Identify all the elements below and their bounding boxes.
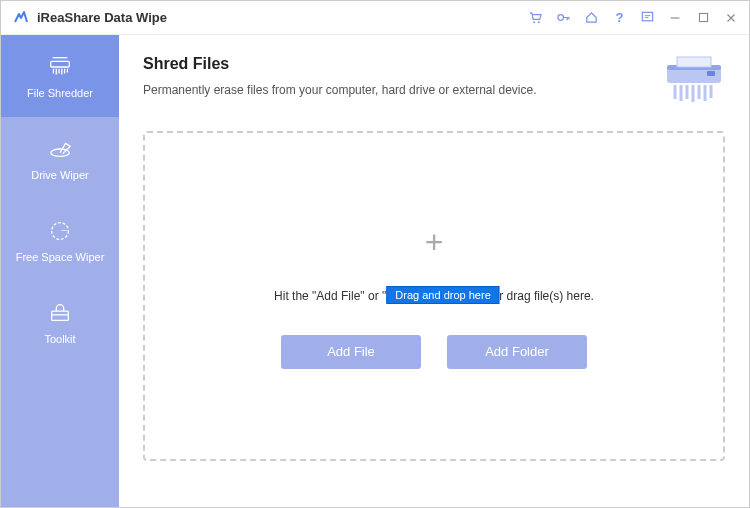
svg-rect-6 <box>51 61 70 67</box>
shredder-illustration-icon <box>663 55 725 107</box>
svg-rect-13 <box>707 71 715 76</box>
add-file-button[interactable]: Add File <box>281 335 421 369</box>
sidebar: File Shredder Drive Wiper Free Space Wip… <box>1 35 119 507</box>
sidebar-item-file-shredder[interactable]: File Shredder <box>1 35 119 117</box>
drive-wiper-icon <box>46 135 74 163</box>
page-subtitle: Permanently erase files from your comput… <box>143 83 663 97</box>
feedback-icon[interactable] <box>639 10 655 26</box>
sidebar-item-label: Toolkit <box>44 333 75 345</box>
titlebar: iReaShare Data Wipe ? <box>1 1 749 35</box>
svg-rect-4 <box>642 12 652 20</box>
main-panel: Shred Files Permanently erase files from… <box>119 35 749 507</box>
shredder-icon <box>46 53 74 81</box>
plus-icon: + <box>425 224 444 261</box>
sidebar-item-label: Free Space Wiper <box>16 251 105 263</box>
dropzone[interactable]: + Hit the "Add File" or "Add Folder" but… <box>143 131 725 461</box>
drag-drop-tooltip: Drag and drop here <box>386 286 499 304</box>
app-logo-icon <box>13 10 29 26</box>
svg-point-0 <box>533 21 535 23</box>
key-icon[interactable] <box>555 10 571 26</box>
dropzone-hint: Hit the "Add File" or "Add Folder" butto… <box>274 289 594 303</box>
cart-icon[interactable] <box>527 10 543 26</box>
svg-point-2 <box>557 15 563 21</box>
sidebar-item-label: File Shredder <box>27 87 93 99</box>
free-space-icon <box>46 217 74 245</box>
home-icon[interactable] <box>583 10 599 26</box>
app-title: iReaShare Data Wipe <box>37 10 167 25</box>
sidebar-item-label: Drive Wiper <box>31 169 88 181</box>
close-icon[interactable] <box>723 10 739 26</box>
titlebar-controls: ? <box>527 10 739 26</box>
toolkit-icon <box>46 299 74 327</box>
svg-point-1 <box>537 21 539 23</box>
add-folder-button[interactable]: Add Folder <box>447 335 587 369</box>
svg-text:?: ? <box>615 10 623 25</box>
svg-rect-5 <box>699 13 707 21</box>
svg-rect-9 <box>52 311 69 320</box>
sidebar-item-free-space-wiper[interactable]: Free Space Wiper <box>1 199 119 281</box>
sidebar-item-drive-wiper[interactable]: Drive Wiper <box>1 117 119 199</box>
svg-rect-12 <box>677 57 711 67</box>
help-icon[interactable]: ? <box>611 10 627 26</box>
minimize-icon[interactable] <box>667 10 683 26</box>
sidebar-item-toolkit[interactable]: Toolkit <box>1 281 119 363</box>
maximize-icon[interactable] <box>695 10 711 26</box>
page-title: Shred Files <box>143 55 663 73</box>
